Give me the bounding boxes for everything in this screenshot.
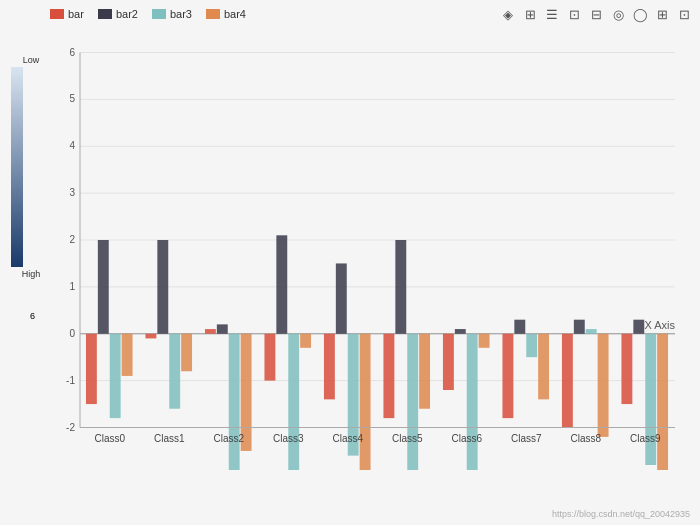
svg-rect-43 (360, 334, 371, 470)
color-scale: Low High 6 (8, 55, 26, 335)
scale-val-high: 6 (30, 311, 35, 321)
svg-rect-63 (598, 334, 609, 437)
svg-rect-26 (157, 240, 168, 334)
toolbar-icon-7[interactable]: ⊞ (654, 6, 670, 22)
toolbar-icon-0[interactable]: ◈ (500, 6, 516, 22)
toolbar-icon-1[interactable]: ⊞ (522, 6, 538, 22)
svg-rect-66 (633, 320, 644, 334)
toolbar-icon-2[interactable]: ☰ (544, 6, 560, 22)
svg-text:3: 3 (69, 187, 75, 198)
svg-rect-57 (526, 334, 537, 357)
svg-rect-56 (514, 320, 525, 334)
svg-text:Class2: Class2 (213, 433, 244, 444)
svg-text:Class6: Class6 (451, 433, 482, 444)
legend-item-bar: bar (50, 8, 84, 20)
toolbar-icon-6[interactable]: ◯ (632, 6, 648, 22)
toolbar-icon-8[interactable]: ⊡ (676, 6, 692, 22)
svg-rect-27 (169, 334, 180, 409)
chart-svg: -2-10123456X AxisClass0Class1Class2Class… (45, 35, 685, 470)
legend-color-bar2 (98, 9, 112, 19)
legend-item-bar3: bar3 (152, 8, 192, 20)
svg-text:Class9: Class9 (630, 433, 661, 444)
svg-rect-67 (645, 334, 656, 465)
legend-label-bar3: bar3 (170, 8, 192, 20)
svg-rect-31 (217, 324, 228, 333)
svg-rect-55 (502, 334, 513, 418)
svg-rect-51 (455, 329, 466, 334)
legend: barbar2bar3bar4 (50, 8, 246, 20)
svg-text:1: 1 (69, 281, 75, 292)
legend-item-bar2: bar2 (98, 8, 138, 20)
svg-rect-38 (300, 334, 311, 348)
toolbar-icon-4[interactable]: ⊟ (588, 6, 604, 22)
svg-rect-65 (621, 334, 632, 404)
svg-text:4: 4 (69, 140, 75, 151)
svg-text:Class1: Class1 (154, 433, 185, 444)
svg-text:-2: -2 (66, 422, 75, 433)
svg-rect-37 (288, 334, 299, 470)
svg-rect-50 (443, 334, 454, 390)
scale-high-label: High (22, 269, 41, 279)
svg-rect-45 (383, 334, 394, 418)
svg-text:Class8: Class8 (570, 433, 601, 444)
chart-container: barbar2bar3bar4 ◈⊞☰⊡⊟◎◯⊞⊡ Low High 6 -2-… (0, 0, 700, 525)
svg-text:2: 2 (69, 234, 75, 245)
toolbar-icon-3[interactable]: ⊡ (566, 6, 582, 22)
svg-rect-47 (407, 334, 418, 470)
chart-area: -2-10123456X AxisClass0Class1Class2Class… (45, 35, 685, 470)
toolbar-icon-5[interactable]: ◎ (610, 6, 626, 22)
svg-rect-41 (336, 263, 347, 333)
svg-rect-46 (395, 240, 406, 334)
svg-rect-32 (229, 334, 240, 470)
svg-rect-36 (276, 235, 287, 333)
scale-low-label: Low (23, 55, 40, 65)
legend-item-bar4: bar4 (206, 8, 246, 20)
legend-color-bar3 (152, 9, 166, 19)
svg-rect-68 (657, 334, 668, 470)
svg-text:-1: -1 (66, 375, 75, 386)
svg-text:Class3: Class3 (273, 433, 304, 444)
svg-rect-23 (122, 334, 133, 376)
svg-text:6: 6 (69, 47, 75, 58)
svg-text:Class0: Class0 (94, 433, 125, 444)
svg-rect-62 (586, 329, 597, 334)
legend-label-bar4: bar4 (224, 8, 246, 20)
toolbar[interactable]: ◈⊞☰⊡⊟◎◯⊞⊡ (500, 6, 692, 22)
svg-rect-35 (264, 334, 275, 381)
svg-rect-58 (538, 334, 549, 400)
svg-text:Class5: Class5 (392, 433, 423, 444)
legend-label-bar2: bar2 (116, 8, 138, 20)
svg-text:Class7: Class7 (511, 433, 542, 444)
svg-rect-60 (562, 334, 573, 428)
svg-rect-20 (86, 334, 97, 404)
svg-text:0: 0 (69, 328, 75, 339)
svg-rect-48 (419, 334, 430, 409)
legend-label-bar: bar (68, 8, 84, 20)
legend-color-bar (50, 9, 64, 19)
svg-rect-21 (98, 240, 109, 334)
svg-rect-30 (205, 329, 216, 334)
svg-rect-22 (110, 334, 121, 418)
svg-rect-40 (324, 334, 335, 400)
legend-color-bar4 (206, 9, 220, 19)
svg-rect-28 (181, 334, 192, 372)
svg-rect-25 (145, 334, 156, 339)
svg-text:X Axis: X Axis (644, 319, 675, 331)
watermark: https://blog.csdn.net/qq_20042935 (552, 509, 690, 519)
svg-rect-61 (574, 320, 585, 334)
svg-rect-53 (479, 334, 490, 348)
svg-text:Class4: Class4 (332, 433, 363, 444)
scale-gradient (11, 67, 23, 267)
svg-rect-52 (467, 334, 478, 470)
svg-text:5: 5 (69, 93, 75, 104)
